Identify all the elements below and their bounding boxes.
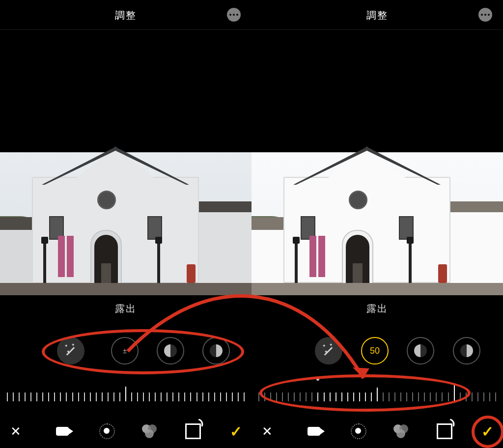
bottom-toolbar: ✕ ✓ xyxy=(252,418,503,443)
half-circle-dark-icon xyxy=(460,344,473,357)
close-icon: ✕ xyxy=(262,424,273,439)
checkmark-icon: ✓ xyxy=(230,423,242,440)
adjust-icon xyxy=(351,423,366,439)
exposure-dial[interactable]: ± xyxy=(111,337,139,364)
auto-enhance-dial[interactable]: ✦✦✦ xyxy=(315,337,342,364)
adjustment-dials: ✦✦✦ ± xyxy=(0,333,252,367)
slider-origin-dot xyxy=(316,378,319,381)
filters-icon xyxy=(142,424,159,438)
comparison-stage: 調整 露出 ✦✦✦ ± xyxy=(0,0,503,448)
photo-preview xyxy=(0,152,252,295)
filters-icon xyxy=(393,424,410,438)
adjustment-dials: ✦✦✦ 50 xyxy=(252,333,503,367)
adjust-mode-button[interactable] xyxy=(98,422,116,440)
brilliance-dial[interactable] xyxy=(407,337,434,364)
parameter-name: 露出 xyxy=(0,302,252,315)
adjust-icon xyxy=(99,423,115,439)
top-bar: 調整 xyxy=(252,0,503,30)
crop-icon xyxy=(185,423,201,439)
photo-preview xyxy=(252,152,503,295)
wand-icon: ✦✦✦ xyxy=(322,344,335,357)
plus-minus-icon: ± xyxy=(123,347,127,355)
done-button[interactable]: ✓ xyxy=(227,422,245,440)
cancel-button[interactable]: ✕ xyxy=(258,422,276,440)
video-icon xyxy=(307,427,320,436)
video-mode-button[interactable] xyxy=(305,422,323,440)
filters-mode-button[interactable] xyxy=(141,422,159,440)
auto-enhance-dial[interactable]: ✦✦✦ xyxy=(57,337,84,364)
half-circle-dark-icon xyxy=(210,344,223,357)
crop-mode-button[interactable] xyxy=(436,422,453,440)
page-title: 調整 xyxy=(0,9,252,22)
cancel-button[interactable]: ✕ xyxy=(7,422,25,440)
editor-panel-before: 調整 露出 ✦✦✦ ± xyxy=(0,0,252,448)
highlights-dial[interactable] xyxy=(202,337,230,364)
more-button[interactable] xyxy=(227,8,241,22)
exposure-value: 50 xyxy=(370,346,380,356)
highlights-dial[interactable] xyxy=(453,337,480,364)
checkmark-icon: ✓ xyxy=(481,423,494,440)
bottom-toolbar: ✕ ✓ xyxy=(0,418,252,443)
wand-icon: ✦✦✦ xyxy=(64,344,77,357)
editor-panel-after: 調整 露出 ✦✦✦ 50 xyxy=(252,0,503,448)
crop-icon xyxy=(437,423,452,439)
page-title: 調整 xyxy=(252,9,503,22)
more-button[interactable] xyxy=(478,8,492,22)
close-icon: ✕ xyxy=(10,424,21,439)
value-slider[interactable] xyxy=(0,386,252,405)
top-bar: 調整 xyxy=(0,0,252,30)
adjust-mode-button[interactable] xyxy=(350,422,367,440)
value-slider[interactable] xyxy=(252,386,503,405)
half-circle-light-icon xyxy=(164,344,177,357)
filters-mode-button[interactable] xyxy=(393,422,411,440)
half-circle-light-icon xyxy=(414,344,427,357)
video-icon xyxy=(56,427,69,436)
exposure-dial[interactable]: 50 xyxy=(361,337,389,364)
parameter-name: 露出 xyxy=(252,302,503,315)
done-button[interactable]: ✓ xyxy=(478,422,496,440)
brilliance-dial[interactable] xyxy=(157,337,184,364)
video-mode-button[interactable] xyxy=(54,422,71,440)
crop-mode-button[interactable] xyxy=(184,422,202,440)
